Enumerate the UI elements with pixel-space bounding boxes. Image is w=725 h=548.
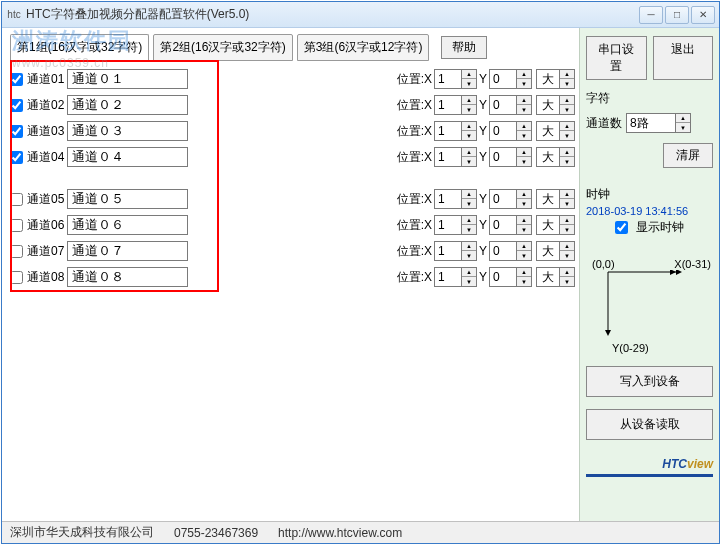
write-device-button[interactable]: 写入到设备 <box>586 366 713 397</box>
size-select[interactable] <box>536 215 560 235</box>
spin-down-icon[interactable]: ▼ <box>462 131 476 140</box>
position-y-input[interactable] <box>489 95 517 115</box>
spin-down-icon[interactable]: ▼ <box>462 157 476 166</box>
spin-up-icon[interactable]: ▲ <box>462 242 476 251</box>
show-clock-checkbox[interactable] <box>615 221 628 234</box>
spin-up-icon[interactable]: ▲ <box>517 122 531 131</box>
position-y-input[interactable] <box>489 215 517 235</box>
clear-screen-button[interactable]: 清屏 <box>663 143 713 168</box>
channel-checkbox[interactable] <box>10 271 23 284</box>
channel-text-input[interactable] <box>67 267 188 287</box>
spin-down-icon[interactable]: ▼ <box>462 105 476 114</box>
channel-text-input[interactable] <box>67 189 188 209</box>
size-select[interactable] <box>536 267 560 287</box>
spin-down-icon[interactable]: ▼ <box>462 79 476 88</box>
channel-checkbox[interactable] <box>10 245 23 258</box>
spin-up-icon[interactable]: ▲ <box>560 122 574 131</box>
spin-down-icon[interactable]: ▼ <box>517 251 531 260</box>
position-x-input[interactable] <box>434 69 462 89</box>
spin-up-icon[interactable]: ▲ <box>462 216 476 225</box>
read-device-button[interactable]: 从设备读取 <box>586 409 713 440</box>
spin-down-icon[interactable]: ▼ <box>462 225 476 234</box>
size-select[interactable] <box>536 121 560 141</box>
channel-count-select[interactable] <box>626 113 676 133</box>
channel-text-input[interactable] <box>67 147 188 167</box>
spin-up-icon[interactable]: ▲ <box>560 96 574 105</box>
position-y-input[interactable] <box>489 241 517 261</box>
spin-down-icon[interactable]: ▼ <box>560 225 574 234</box>
spin-up-icon[interactable]: ▲ <box>462 122 476 131</box>
channel-text-input[interactable] <box>67 69 188 89</box>
size-select[interactable] <box>536 95 560 115</box>
help-button[interactable]: 帮助 <box>441 36 487 59</box>
channel-checkbox[interactable] <box>10 219 23 232</box>
spin-up-icon[interactable]: ▲ <box>462 96 476 105</box>
channel-checkbox[interactable] <box>10 73 23 86</box>
spin-up-icon[interactable]: ▲ <box>517 190 531 199</box>
maximize-button[interactable]: □ <box>665 6 689 24</box>
spin-down-icon[interactable]: ▼ <box>462 199 476 208</box>
tab-group2[interactable]: 第2组(16汉字或32字符) <box>153 34 292 61</box>
channel-checkbox[interactable] <box>10 125 23 138</box>
spin-up-icon[interactable]: ▲ <box>560 148 574 157</box>
spin-up-icon[interactable]: ▲ <box>560 216 574 225</box>
spin-down-icon[interactable]: ▼ <box>517 157 531 166</box>
position-x-input[interactable] <box>434 121 462 141</box>
chcount-up-icon[interactable]: ▲ <box>676 114 690 123</box>
spin-down-icon[interactable]: ▼ <box>560 105 574 114</box>
minimize-button[interactable]: ─ <box>639 6 663 24</box>
position-x-input[interactable] <box>434 241 462 261</box>
size-select[interactable] <box>536 241 560 261</box>
size-select[interactable] <box>536 69 560 89</box>
spin-up-icon[interactable]: ▲ <box>560 242 574 251</box>
spin-up-icon[interactable]: ▲ <box>462 190 476 199</box>
spin-down-icon[interactable]: ▼ <box>560 277 574 286</box>
position-y-input[interactable] <box>489 121 517 141</box>
spin-down-icon[interactable]: ▼ <box>560 131 574 140</box>
position-x-input[interactable] <box>434 189 462 209</box>
spin-down-icon[interactable]: ▼ <box>462 277 476 286</box>
position-x-input[interactable] <box>434 215 462 235</box>
channel-text-input[interactable] <box>67 95 188 115</box>
exit-button[interactable]: 退出 <box>653 36 714 80</box>
channel-text-input[interactable] <box>67 215 188 235</box>
spin-up-icon[interactable]: ▲ <box>517 148 531 157</box>
spin-up-icon[interactable]: ▲ <box>560 190 574 199</box>
position-x-input[interactable] <box>434 147 462 167</box>
spin-down-icon[interactable]: ▼ <box>517 79 531 88</box>
spin-down-icon[interactable]: ▼ <box>517 131 531 140</box>
spin-down-icon[interactable]: ▼ <box>517 105 531 114</box>
serial-settings-button[interactable]: 串口设置 <box>586 36 647 80</box>
spin-up-icon[interactable]: ▲ <box>517 216 531 225</box>
position-x-input[interactable] <box>434 267 462 287</box>
spin-up-icon[interactable]: ▲ <box>560 268 574 277</box>
spin-up-icon[interactable]: ▲ <box>462 268 476 277</box>
spin-down-icon[interactable]: ▼ <box>462 251 476 260</box>
position-y-input[interactable] <box>489 189 517 209</box>
spin-up-icon[interactable]: ▲ <box>462 70 476 79</box>
channel-text-input[interactable] <box>67 241 188 261</box>
chcount-down-icon[interactable]: ▼ <box>676 123 690 132</box>
spin-down-icon[interactable]: ▼ <box>517 199 531 208</box>
channel-checkbox[interactable] <box>10 151 23 164</box>
position-x-input[interactable] <box>434 95 462 115</box>
spin-up-icon[interactable]: ▲ <box>517 242 531 251</box>
channel-checkbox[interactable] <box>10 99 23 112</box>
spin-down-icon[interactable]: ▼ <box>560 199 574 208</box>
spin-up-icon[interactable]: ▲ <box>517 268 531 277</box>
position-y-input[interactable] <box>489 267 517 287</box>
spin-down-icon[interactable]: ▼ <box>560 251 574 260</box>
position-y-input[interactable] <box>489 147 517 167</box>
tab-group3[interactable]: 第3组(6汉字或12字符) <box>297 34 430 61</box>
size-select[interactable] <box>536 147 560 167</box>
spin-down-icon[interactable]: ▼ <box>517 277 531 286</box>
spin-up-icon[interactable]: ▲ <box>462 148 476 157</box>
size-select[interactable] <box>536 189 560 209</box>
tab-group1[interactable]: 第1组(16汉字或32字符) <box>10 34 149 61</box>
spin-up-icon[interactable]: ▲ <box>560 70 574 79</box>
close-button[interactable]: ✕ <box>691 6 715 24</box>
spin-up-icon[interactable]: ▲ <box>517 70 531 79</box>
spin-up-icon[interactable]: ▲ <box>517 96 531 105</box>
channel-checkbox[interactable] <box>10 193 23 206</box>
spin-down-icon[interactable]: ▼ <box>517 225 531 234</box>
